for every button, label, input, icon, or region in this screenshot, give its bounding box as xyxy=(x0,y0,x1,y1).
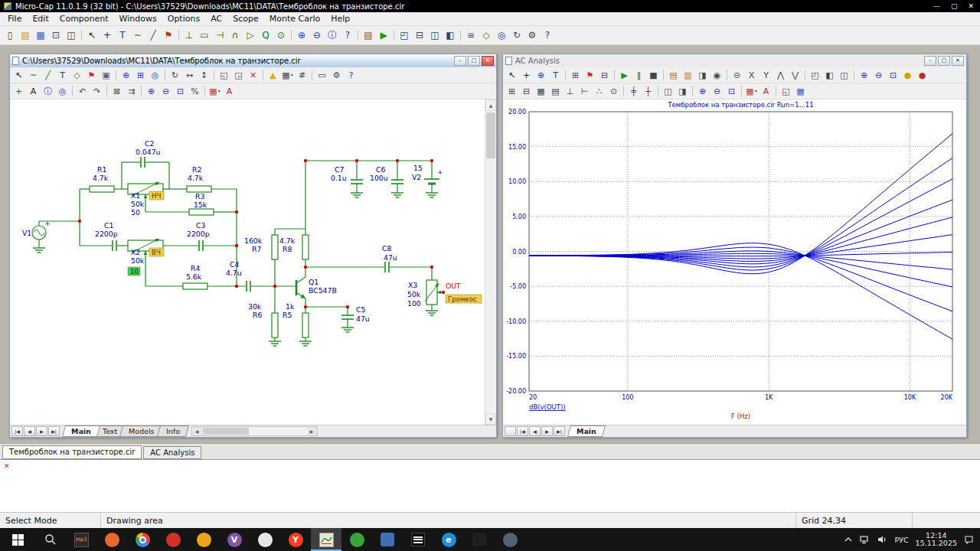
taskbar-item-green-app[interactable] xyxy=(341,528,372,551)
taskbar-item-viber[interactable]: V xyxy=(219,528,250,551)
clipboard-copy-icon[interactable]: ◱ xyxy=(217,69,231,82)
select-icon[interactable]: ↖ xyxy=(11,69,26,82)
sheet-nav-last[interactable]: ▶| xyxy=(554,426,565,436)
resistor-part-icon[interactable]: ▭ xyxy=(197,28,212,43)
cascade-windows-icon[interactable]: ◰ xyxy=(397,28,412,43)
horizontal-axis-icon[interactable]: ⊢ xyxy=(577,85,592,98)
menu-windows[interactable]: Windows xyxy=(114,12,162,25)
vertical-scrollbar[interactable]: ▲ ▼ xyxy=(485,99,496,425)
menu-component[interactable]: Component xyxy=(54,12,114,25)
query-icon[interactable]: ⓘ xyxy=(41,85,55,98)
same-y-scales-icon[interactable]: ◨ xyxy=(675,85,690,98)
grid-horizontal-icon[interactable]: ⊞ xyxy=(505,85,519,98)
baseline-icon[interactable]: ⊥ xyxy=(563,85,577,98)
scroll-right-arrow[interactable]: ▶ xyxy=(307,427,317,435)
inductor-part-icon[interactable]: ∩ xyxy=(227,28,243,43)
sheet-nav-next[interactable]: ▶ xyxy=(541,426,553,436)
ac-maximize-button[interactable]: ▢ xyxy=(938,56,950,66)
taskbar-item-list-app[interactable] xyxy=(403,528,433,551)
taskbar-item-yandex-browser[interactable]: Y xyxy=(280,528,311,551)
picture-icon[interactable]: ▣ xyxy=(99,69,113,82)
sheet-nav-last[interactable]: ▶| xyxy=(48,426,60,436)
run-icon[interactable]: ▶ xyxy=(617,69,632,82)
menu-ac[interactable]: AC xyxy=(205,12,227,25)
find-icon[interactable]: ◎ xyxy=(494,28,509,43)
rotate-icon[interactable]: ↻ xyxy=(168,69,182,82)
sheet-tab-info[interactable]: Info xyxy=(156,425,188,437)
help-icon[interactable]: ? xyxy=(540,28,555,43)
taskbar-clock[interactable]: 12:1415.11.2025 xyxy=(916,532,957,548)
menu-file[interactable]: File xyxy=(2,12,27,25)
font-icon[interactable]: A xyxy=(759,85,773,98)
hidden-icons-chevron[interactable] xyxy=(844,536,853,543)
tracker-intercept-icon[interactable]: ┼ xyxy=(641,85,655,98)
zoom-percent-icon[interactable]: % xyxy=(188,85,202,98)
pause-icon[interactable]: ‖ xyxy=(632,69,646,82)
split-window-icon[interactable]: ◧ xyxy=(443,28,458,43)
tile-horizontal-icon[interactable]: ⊟ xyxy=(412,28,427,43)
stepping-icon[interactable]: ▥ xyxy=(681,69,695,82)
sheet-tab-main[interactable]: Main xyxy=(62,425,100,437)
flag-mode-icon[interactable]: ⚑ xyxy=(161,28,176,43)
volume-icon[interactable] xyxy=(877,535,887,544)
app-close-button[interactable]: ✕ xyxy=(968,2,974,10)
zoom-out-icon[interactable]: ⊖ xyxy=(158,85,173,98)
zoom-area-icon[interactable]: ⊡ xyxy=(173,85,188,98)
tile-vertical-icon[interactable]: ◫ xyxy=(427,28,443,43)
sheet-nav-prev[interactable]: ◀ xyxy=(24,426,35,436)
taskbar-item-yellow-app[interactable] xyxy=(188,528,219,551)
transistor-part-icon[interactable]: Q xyxy=(258,28,273,43)
copy-graph-icon[interactable]: ◱ xyxy=(779,85,793,98)
taskbar-item-chrome[interactable] xyxy=(127,528,158,551)
performance-windows-icon[interactable]: ◫ xyxy=(837,69,851,82)
network-icon[interactable] xyxy=(860,535,871,544)
shape-editor-icon[interactable]: ◇ xyxy=(479,28,494,43)
zoom-out-icon[interactable]: ⊖ xyxy=(309,28,325,43)
reduce-data-icon[interactable]: ⊝ xyxy=(730,69,744,82)
valley-icon[interactable]: ⋁ xyxy=(788,69,802,82)
notification-center-button[interactable] xyxy=(964,535,974,544)
preferences-icon[interactable]: ⚙ xyxy=(524,28,540,43)
label-branches-icon[interactable]: ⊟ xyxy=(597,69,612,82)
help-mode-icon[interactable]: ? xyxy=(340,28,355,43)
undo-icon[interactable]: ↶ xyxy=(75,85,90,98)
limits-icon[interactable]: ▤ xyxy=(666,69,681,82)
zoom-out-icon[interactable]: ⊖ xyxy=(710,85,724,98)
peak-icon[interactable]: ⋀ xyxy=(773,69,788,82)
sheet-nav-first[interactable]: |◀ xyxy=(11,426,23,436)
help-mode-icon[interactable]: ? xyxy=(344,69,358,82)
graphics-icon[interactable]: ◇ xyxy=(70,69,84,82)
scroll-up-arrow[interactable]: ▲ xyxy=(485,99,496,111)
select-mode-icon[interactable]: ↖ xyxy=(84,28,100,43)
go-to-x-icon[interactable]: X xyxy=(744,69,759,82)
check-model-icon[interactable]: ▲ xyxy=(266,69,280,82)
scroll-down-arrow[interactable]: ▼ xyxy=(485,413,496,425)
text-icon[interactable]: T xyxy=(548,69,563,82)
graph-colors-icon[interactable]: ● xyxy=(900,69,915,82)
taskbar-item-mp3-player[interactable]: mp3 xyxy=(66,528,96,551)
ground-part-icon[interactable]: ⊥ xyxy=(181,28,197,43)
border-toggle-icon[interactable]: ▭ xyxy=(315,69,329,82)
schematic-drawing[interactable]: V1+R14.7kC20.047uX150k50R24.7kR315kC1220… xyxy=(10,99,485,425)
schematic-close-button[interactable]: ✕ xyxy=(482,56,494,66)
save-file-icon[interactable]: ▦ xyxy=(33,28,48,43)
taskbar-item-white-app[interactable] xyxy=(250,528,280,551)
autoscale-icon[interactable]: ⊡ xyxy=(886,69,900,82)
zoom-mode-icon[interactable]: ⊕ xyxy=(534,69,548,82)
schematic-canvas[interactable]: V1+R14.7kC20.047uX150k50R24.7kR315kC1220… xyxy=(10,99,496,425)
attribute-icon[interactable]: A xyxy=(26,85,41,98)
select-icon[interactable]: ↖ xyxy=(505,69,519,82)
properties-icon[interactable]: ⊞ xyxy=(568,69,583,82)
sheet-settings-icon[interactable]: ⚙ xyxy=(329,69,344,82)
ac-plot-area[interactable]: 20.0015.0010.005.000.00-5.00-10.00-15.00… xyxy=(503,99,966,425)
diode-part-icon[interactable]: ▷ xyxy=(243,28,258,43)
app-maximize-button[interactable]: ▢ xyxy=(951,2,958,10)
taskbar-item-micro-cap[interactable] xyxy=(311,528,341,551)
go-to-y-icon[interactable]: Y xyxy=(759,69,773,82)
menu-edit[interactable]: Edit xyxy=(27,12,54,25)
ac-close-button[interactable]: ✕ xyxy=(952,56,964,66)
scale-mode-icon[interactable]: ⊕ xyxy=(119,69,133,82)
start-button[interactable] xyxy=(0,528,35,551)
redo-icon[interactable]: ↷ xyxy=(90,85,104,98)
scroll-track[interactable] xyxy=(485,111,496,413)
